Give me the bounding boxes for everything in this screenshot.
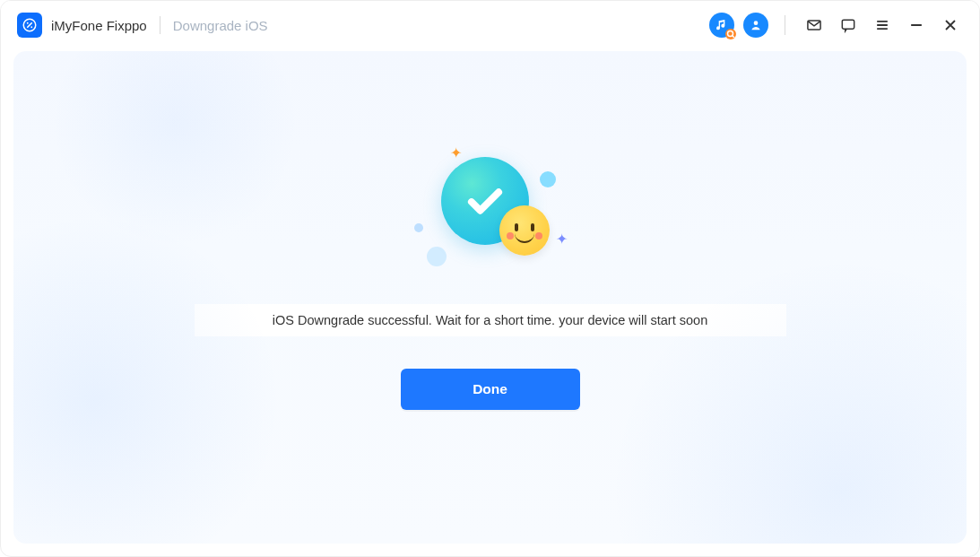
titlebar-right xyxy=(709,13,963,38)
title-divider xyxy=(160,16,160,34)
status-message: iOS Downgrade successful. Wait for a sho… xyxy=(195,304,786,336)
music-badge-icon xyxy=(725,29,736,39)
titlebar-separator xyxy=(785,15,785,35)
close-button[interactable] xyxy=(938,13,963,38)
bubble-icon xyxy=(540,171,556,187)
feedback-button[interactable] xyxy=(836,13,861,38)
sparkle-icon: ✦ xyxy=(556,231,568,248)
svg-rect-6 xyxy=(842,20,854,29)
done-button[interactable]: Done xyxy=(401,369,580,410)
svg-point-3 xyxy=(728,31,733,37)
mail-button[interactable] xyxy=(802,13,827,38)
titlebar: iMyFone Fixppo Downgrade iOS xyxy=(1,1,979,49)
profile-button[interactable] xyxy=(743,13,768,38)
svg-point-2 xyxy=(30,26,32,28)
content-area: ✦ ✦ iOS Downgrade successful. Wait for a… xyxy=(13,51,967,544)
bubble-icon xyxy=(414,223,423,232)
minimize-button[interactable] xyxy=(904,13,929,38)
svg-point-4 xyxy=(754,21,759,25)
success-illustration: ✦ ✦ xyxy=(414,150,567,275)
menu-button[interactable] xyxy=(870,13,895,38)
app-logo-icon xyxy=(17,13,42,38)
smiley-icon xyxy=(499,205,550,256)
music-button[interactable] xyxy=(709,13,734,38)
section-name: Downgrade iOS xyxy=(173,18,268,33)
bubble-icon xyxy=(427,247,447,266)
sparkle-icon: ✦ xyxy=(450,144,462,161)
svg-point-1 xyxy=(27,22,29,24)
app-name: iMyFone Fixppo xyxy=(51,18,147,33)
